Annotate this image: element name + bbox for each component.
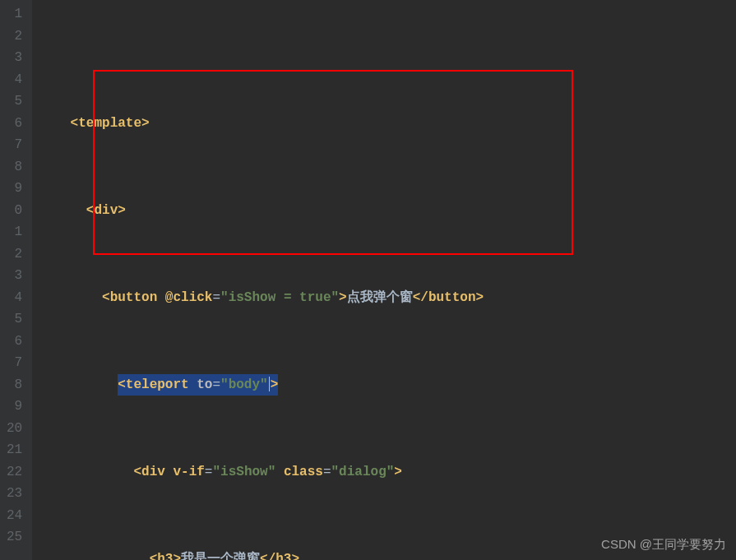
line-number: 25: [7, 526, 22, 548]
line-number: 0: [7, 200, 22, 222]
code-line: <button @click="isShow = true">点我弹个窗</bu…: [39, 287, 736, 309]
line-number: 6: [7, 113, 22, 135]
line-number: 9: [7, 178, 22, 200]
line-number: 7: [7, 352, 22, 374]
watermark-text: CSDN @王同学要努力: [601, 534, 726, 556]
line-number: 2: [7, 243, 22, 266]
line-number: 5: [7, 308, 22, 331]
line-number: 1: [7, 221, 22, 243]
line-number: 8: [7, 374, 22, 396]
line-number: 20: [7, 418, 22, 440]
code-line-highlighted: <teleport to="body">: [39, 374, 736, 396]
line-number: 3: [7, 47, 22, 69]
line-number: 23: [7, 483, 22, 505]
line-number: 3: [7, 265, 22, 287]
code-area[interactable]: <template> <div> <button @click="isShow …: [32, 0, 736, 560]
line-number: 1: [7, 3, 22, 25]
line-number: 8: [7, 156, 22, 178]
code-editor: 1 2 3 4 5 6 7 8 9 0 1 2 3 4 5 6 7 8 9 20…: [0, 0, 736, 560]
code-line: <div v-if="isShow" class="dialog">: [39, 461, 736, 484]
line-number-gutter: 1 2 3 4 5 6 7 8 9 0 1 2 3 4 5 6 7 8 9 20…: [0, 0, 32, 560]
line-number: 6: [7, 331, 22, 353]
line-number: 7: [7, 134, 22, 156]
code-line: <div>: [39, 200, 736, 222]
line-number: 4: [7, 287, 22, 309]
line-number: 24: [7, 505, 22, 527]
line-number: 9: [7, 396, 22, 418]
line-number: 4: [7, 69, 22, 91]
line-number: 5: [7, 90, 22, 113]
code-line: <template>: [39, 113, 736, 135]
line-number: 2: [7, 25, 22, 48]
line-number: 22: [7, 461, 22, 484]
line-number: 21: [7, 439, 22, 461]
text-cursor: [269, 377, 270, 391]
highlight-box: [93, 70, 573, 255]
